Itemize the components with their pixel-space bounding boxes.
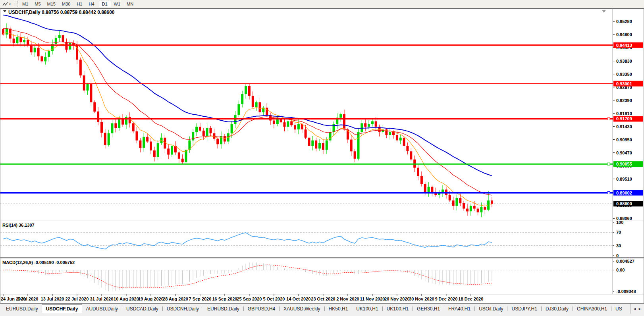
chart-tab-USDCHF-Daily[interactable]: USDCHF,Daily <box>42 304 83 313</box>
tab-divider <box>573 306 573 311</box>
svg-text:20 Nov 2020: 20 Nov 2020 <box>384 297 410 301</box>
chart-tab-EURUSD-Daily[interactable]: EURUSD,Daily <box>2 304 42 313</box>
svg-text:7 Sep 2020: 7 Sep 2020 <box>189 297 211 301</box>
tab-divider <box>413 306 413 311</box>
svg-text:11 Nov 2020: 11 Nov 2020 <box>360 297 385 301</box>
svg-text:0.89002: 0.89002 <box>616 191 632 195</box>
tab-divider <box>162 306 163 311</box>
price-level-badge: 0.93001 <box>613 81 643 87</box>
chart-tab-USDJPY-H1[interactable]: USDJPY,H1 <box>508 304 540 313</box>
chart-tab-EURUSD-Daily[interactable]: EURUSD,Daily <box>204 304 243 313</box>
chart-tab-UK100-H1[interactable]: UK100,H1 <box>353 304 382 313</box>
svg-text:0.88600: 0.88600 <box>616 201 632 206</box>
tab-scroll-controls: ◄ ► <box>630 304 644 314</box>
svg-text:31 Jul 2020: 31 Jul 2020 <box>90 297 114 301</box>
chart-tab-bar: EURUSD,DailyUSDCHF,DailyAUDUSD,DailyUSDC… <box>0 303 644 314</box>
svg-text:0.90470: 0.90470 <box>616 150 632 155</box>
chart-tab-CHINA300-H1[interactable]: CHINA300,H1 <box>573 304 611 313</box>
svg-text:0.00: 0.00 <box>616 268 625 272</box>
svg-text:0.90055: 0.90055 <box>616 162 632 166</box>
chart-tab-USDCAD-Daily[interactable]: USDCAD,Daily <box>123 304 162 313</box>
svg-text:23 Oct 2020: 23 Oct 2020 <box>311 297 335 301</box>
svg-text:0: 0 <box>616 253 619 258</box>
chart-tab-US[interactable]: US <box>612 304 626 313</box>
tab-divider <box>324 306 325 311</box>
svg-text:0.92390: 0.92390 <box>616 98 632 103</box>
svg-text:30 Nov 2020: 30 Nov 2020 <box>409 297 434 301</box>
price-chart: 0.952800.948000.943200.938300.933500.928… <box>0 0 644 303</box>
svg-text:30: 30 <box>616 243 621 248</box>
tab-divider <box>382 306 383 311</box>
svg-text:70: 70 <box>616 230 621 235</box>
svg-text:18 Dec 2020: 18 Dec 2020 <box>458 297 483 301</box>
chart-tab-DJ30-Daily[interactable]: DJ30,Daily <box>542 304 572 313</box>
tab-divider <box>611 306 611 311</box>
svg-text:22 Jul 2020: 22 Jul 2020 <box>66 297 89 301</box>
hline-handle[interactable] <box>607 163 610 165</box>
svg-text:0.89510: 0.89510 <box>616 177 632 181</box>
svg-text:3 Jul 2020: 3 Jul 2020 <box>17 297 39 301</box>
hline-handle[interactable] <box>607 118 610 120</box>
svg-text:2 Nov 2020: 2 Nov 2020 <box>336 297 359 301</box>
svg-text:0.90950: 0.90950 <box>616 137 632 142</box>
tab-divider <box>474 306 475 311</box>
price-level-badge: 0.94413 <box>613 42 643 48</box>
price-level-badge: 0.88600 <box>613 201 643 206</box>
chart-tab-AUDUSD-Daily[interactable]: AUDUSD,Daily <box>82 304 121 313</box>
svg-text:10 Aug 2020: 10 Aug 2020 <box>114 297 139 301</box>
tab-divider <box>444 306 444 311</box>
tab-divider <box>279 306 280 311</box>
tab-divider <box>541 306 542 311</box>
price-level-badge: 0.91709 <box>613 116 643 121</box>
price-level-badge: 0.90055 <box>613 161 643 167</box>
hline-handle[interactable] <box>607 192 610 194</box>
chart-title-ohlc: USDCHF,Daily 0.88756 0.88759 0.88442 0.8… <box>8 10 115 15</box>
svg-text:0.91430: 0.91430 <box>616 124 632 129</box>
macd-indicator-label: MACD(12,26,9) -0.005190 -0.005752 <box>2 260 75 265</box>
tabs-scroll-left-button[interactable]: ◄ <box>633 307 636 311</box>
chart-tab-GER30-H1[interactable]: GER30,H1 <box>413 304 443 313</box>
svg-text:-0.009348: -0.009348 <box>616 289 636 294</box>
svg-text:0.94413: 0.94413 <box>616 43 632 48</box>
svg-text:25 Sep 2020: 25 Sep 2020 <box>237 297 262 301</box>
chart-tab-UK100-H1[interactable]: UK100,H1 <box>383 304 412 313</box>
svg-text:16 Sep 2020: 16 Sep 2020 <box>212 297 237 301</box>
svg-text:100: 100 <box>616 220 623 225</box>
svg-text:0.95280: 0.95280 <box>616 19 632 24</box>
svg-text:19 Aug 2020: 19 Aug 2020 <box>138 297 164 301</box>
trading-terminal-window: ▾ M1M5M15M30H1H4D1W1MN 0.952800.948000.9… <box>0 0 644 316</box>
svg-text:28 Aug 2020: 28 Aug 2020 <box>163 297 188 301</box>
svg-text:0.93830: 0.93830 <box>616 59 632 64</box>
chart-tab-HK50-H1[interactable]: HK50,H1 <box>325 304 352 313</box>
svg-text:0.91709: 0.91709 <box>616 116 632 121</box>
svg-text:13 Jul 2020: 13 Jul 2020 <box>41 297 64 301</box>
chart-tab-USOil-Daily[interactable]: USOil,Daily <box>475 304 507 313</box>
chart-tab-USDCNH-Daily[interactable]: USDCNH,Daily <box>163 304 202 313</box>
svg-text:14 Oct 2020: 14 Oct 2020 <box>286 297 310 301</box>
tab-divider <box>203 306 203 311</box>
chart-tab-XAUUSD-Weekly[interactable]: XAUUSD,Weekly <box>280 304 324 313</box>
price-level-badge: 0.89002 <box>613 190 643 196</box>
svg-text:5 Oct 2020: 5 Oct 2020 <box>263 297 285 301</box>
tab-divider <box>243 306 244 311</box>
chart-tab-GBPUSD-H4[interactable]: GBPUSD,H4 <box>244 304 279 313</box>
svg-text:0.93001: 0.93001 <box>616 81 632 86</box>
svg-text:9 Dec 2020: 9 Dec 2020 <box>435 297 457 301</box>
svg-text:0.91910: 0.91910 <box>616 111 632 116</box>
svg-text:0.93350: 0.93350 <box>616 72 632 77</box>
svg-text:0.004527: 0.004527 <box>616 259 634 264</box>
chart-tab-FRA40-H1[interactable]: FRA40,H1 <box>445 304 474 313</box>
tabs-scroll-right-button[interactable]: ► <box>638 307 642 311</box>
svg-text:0.94800: 0.94800 <box>616 32 632 37</box>
rsi-indicator-label: RSI(14) 36.1307 <box>2 223 35 227</box>
chart-plot-area[interactable] <box>0 9 613 220</box>
tab-divider <box>352 306 352 311</box>
bottom-strip <box>0 314 644 316</box>
chart-tab-strip: EURUSD,DailyUSDCHF,DailyAUDUSD,DailyUSDC… <box>0 304 630 314</box>
tab-divider <box>507 306 507 311</box>
tab-divider <box>122 306 122 311</box>
